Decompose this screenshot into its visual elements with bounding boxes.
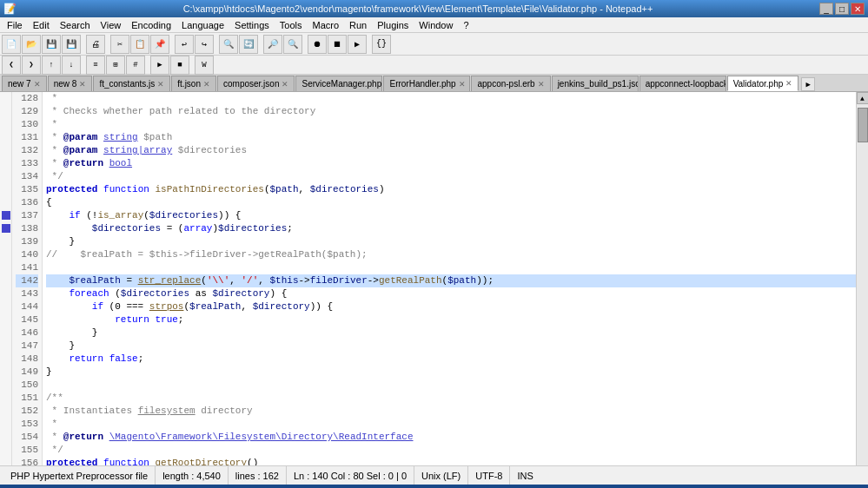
- code-line-130: *: [46, 118, 856, 131]
- code-line-140: // $realPath = $this->fileDriver->getRea…: [46, 248, 856, 261]
- zoom-out-button[interactable]: 🔍: [283, 35, 302, 54]
- line-ending-section: Unix (LF): [414, 466, 468, 485]
- macro-play-button[interactable]: ▶: [348, 35, 367, 54]
- insert-mode-section: INS: [510, 466, 540, 485]
- code-line-147: }: [46, 340, 856, 353]
- title-bar: 📝 C:\xampp\htdocs\Magento2\vendor\magent…: [0, 0, 868, 17]
- find-button[interactable]: 🔍: [219, 35, 238, 54]
- file-type-section: PHP Hypertext Preprocessor file: [3, 466, 156, 485]
- vertical-scrollbar[interactable]: ▲: [856, 92, 868, 465]
- cursor-section: Ln : 140 Col : 80 Sel : 0 | 0: [287, 466, 414, 485]
- insert-mode-label: INS: [517, 471, 533, 481]
- menu-run[interactable]: Run: [344, 19, 372, 31]
- tb2-btn-1[interactable]: ❮: [2, 56, 21, 75]
- menu-window[interactable]: Window: [414, 19, 458, 31]
- encoding-label: UTF-8: [475, 471, 502, 481]
- tb2-btn-6[interactable]: ⊞: [106, 56, 125, 75]
- code-line-153: *: [46, 418, 856, 431]
- maximize-button[interactable]: □: [835, 3, 849, 15]
- code-line-136: {: [46, 196, 856, 209]
- length-section: length : 4,540: [156, 466, 229, 485]
- title-controls: _ □ ✕: [819, 3, 865, 15]
- encoding-section: UTF-8: [468, 466, 510, 485]
- new-button[interactable]: 📄: [2, 35, 21, 54]
- tab-new7[interactable]: new 7✕: [2, 76, 47, 91]
- code-line-138: $directories = (array)$directories;: [46, 222, 856, 235]
- tb2-btn-9[interactable]: ■: [170, 56, 189, 75]
- replace-button[interactable]: 🔄: [239, 35, 258, 54]
- window-title: C:\xampp\htdocs\Magento2\vendor\magento\…: [183, 3, 653, 14]
- menu-encoding[interactable]: Encoding: [126, 19, 176, 31]
- lines-label: lines : 162: [235, 471, 279, 481]
- tab-scroll-right[interactable]: ▶: [801, 77, 815, 91]
- cut-button[interactable]: ✂: [110, 35, 129, 54]
- tab-appcon-psl[interactable]: appcon-psl.erb✕: [471, 76, 550, 91]
- menu-file[interactable]: File: [2, 19, 28, 31]
- menu-view[interactable]: View: [96, 19, 127, 31]
- file-type-label: PHP Hypertext Preprocessor file: [10, 471, 148, 481]
- menu-search[interactable]: Search: [55, 19, 96, 31]
- tab-new8[interactable]: new 8✕: [48, 76, 93, 91]
- tb2-btn-10[interactable]: W: [195, 56, 214, 75]
- tb2-btn-7[interactable]: #: [126, 56, 145, 75]
- save-button[interactable]: 💾: [42, 35, 61, 54]
- redo-button[interactable]: ↪: [195, 35, 214, 54]
- paste-button[interactable]: 📌: [150, 35, 169, 54]
- close-button[interactable]: ✕: [851, 3, 865, 15]
- copy-button[interactable]: 📋: [130, 35, 149, 54]
- menu-help[interactable]: ?: [458, 19, 474, 31]
- menu-settings[interactable]: Settings: [229, 19, 275, 31]
- zoom-in-button[interactable]: 🔎: [263, 35, 282, 54]
- code-line-151: /**: [46, 392, 856, 405]
- code-line-155: */: [46, 444, 856, 457]
- code-line-142: $realPath = str_replace('\\', '/', $this…: [46, 274, 856, 287]
- code-area[interactable]: * * Checks whether path related to the d…: [43, 92, 856, 465]
- menu-edit[interactable]: Edit: [28, 19, 55, 31]
- cursor-label: Ln : 140 Col : 80 Sel : 0 | 0: [294, 471, 407, 481]
- tab-servicemanager[interactable]: ServiceManager.php✕: [295, 76, 382, 91]
- tab-validator[interactable]: Validator.php✕: [727, 76, 799, 91]
- code-line-128: *: [46, 92, 856, 105]
- code-line-129: * Checks whether path related to the dir…: [46, 105, 856, 118]
- open-button[interactable]: 📂: [22, 35, 41, 54]
- scroll-up-button[interactable]: ▲: [857, 92, 869, 104]
- tb2-btn-3[interactable]: ↑: [42, 56, 61, 75]
- code-line-135: protected function isPathInDirectories($…: [46, 183, 856, 196]
- menu-tools[interactable]: Tools: [275, 19, 308, 31]
- tab-errorhandler[interactable]: ErrorHandler.php✕: [383, 76, 470, 91]
- code-line-131: * @param string $path: [46, 131, 856, 144]
- syntax-button[interactable]: {}: [372, 35, 391, 54]
- code-line-149: }: [46, 366, 856, 379]
- code-line-146: }: [46, 326, 856, 340]
- status-bar: PHP Hypertext Preprocessor file length :…: [0, 465, 868, 485]
- print-button[interactable]: 🖨: [86, 35, 105, 54]
- menu-macro[interactable]: Macro: [307, 19, 344, 31]
- code-line-132: * @param string|array $directories: [46, 144, 856, 157]
- tb2-btn-8[interactable]: ▶: [150, 56, 169, 75]
- tb2-btn-2[interactable]: ❯: [22, 56, 41, 75]
- scroll-thumb[interactable]: [858, 108, 868, 142]
- code-line-133: * @return bool: [46, 157, 856, 170]
- tab-jenkins[interactable]: jenkins_build_ps1.json✕: [552, 76, 639, 91]
- macro-record-button[interactable]: ⏺: [308, 35, 327, 54]
- code-line-154: * @return \Magento\Framework\Filesystem\…: [46, 431, 856, 444]
- code-line-139: }: [46, 235, 856, 248]
- menu-plugins[interactable]: Plugins: [372, 19, 414, 31]
- line-numbers: 128 129 130 131 132 133 134 135 136 137 …: [12, 92, 43, 465]
- code-line-143: foreach ($directories as $directory) {: [46, 287, 856, 300]
- code-line-145: return true;: [46, 313, 856, 326]
- editor-container: 128 129 130 131 132 133 134 135 136 137 …: [0, 92, 868, 465]
- tb2-btn-4[interactable]: ↓: [62, 56, 81, 75]
- save-all-button[interactable]: 💾: [62, 35, 81, 54]
- macro-stop-button[interactable]: ⏹: [328, 35, 347, 54]
- undo-button[interactable]: ↩: [175, 35, 194, 54]
- menu-bar: File Edit Search View Encoding Language …: [0, 17, 868, 33]
- bookmark-column: [0, 92, 12, 465]
- tab-ft-constants[interactable]: ft_constants.js✕: [93, 76, 170, 91]
- tab-appconnect[interactable]: appconnect-loopback...✕: [639, 76, 726, 91]
- minimize-button[interactable]: _: [819, 3, 833, 15]
- tb2-btn-5[interactable]: ≡: [86, 56, 105, 75]
- tab-composer[interactable]: composer.json✕: [217, 76, 295, 91]
- menu-language[interactable]: Language: [176, 19, 229, 31]
- tab-ft-json[interactable]: ft.json✕: [171, 76, 216, 91]
